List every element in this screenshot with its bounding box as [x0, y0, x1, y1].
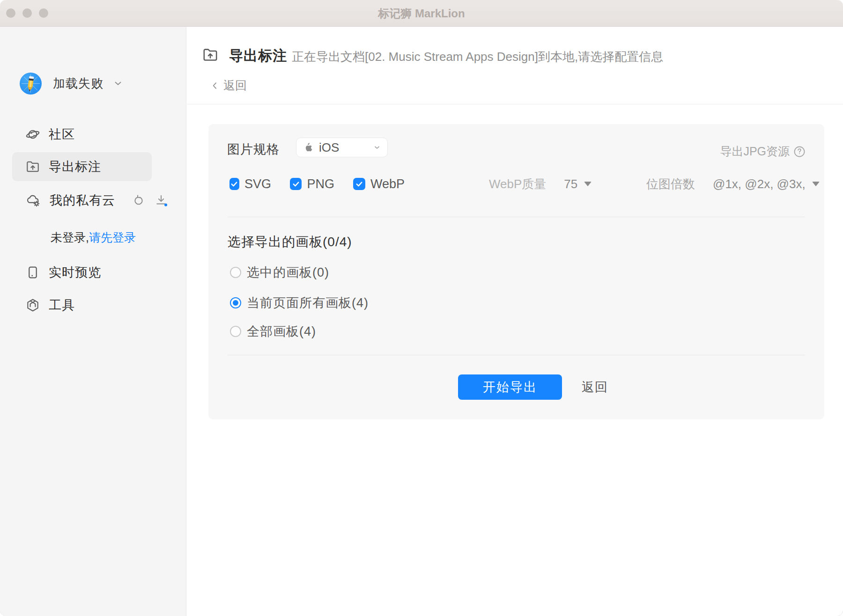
sidebar-item-label: 社区: [49, 126, 75, 143]
sidebar: 加载失败 社区 导出标注: [0, 27, 186, 616]
sidebar-item-label: 工具: [49, 297, 75, 314]
radio-selected-artboards[interactable]: 选中的画板(0): [230, 264, 329, 281]
device-icon: [25, 265, 40, 280]
checkbox-checked-icon: [290, 178, 302, 190]
chevron-down-icon: [373, 144, 381, 151]
apple-icon: [303, 142, 314, 153]
image-spec-select[interactable]: iOS: [296, 138, 388, 157]
export-jpg-label: 导出JPG资源: [720, 144, 790, 159]
format-checkbox-row: SVG PNG WebP: [229, 177, 423, 191]
radio-off-icon: [230, 267, 241, 278]
download-icon[interactable]: [155, 193, 168, 207]
webp-quality-label: WebP质量: [489, 176, 546, 192]
sidebar-item-live-preview[interactable]: 实时预览: [12, 258, 152, 287]
sidebar-item-export-annotations[interactable]: 导出标注: [12, 152, 152, 181]
folder-export-icon: [25, 159, 40, 174]
planet-icon: [25, 127, 40, 142]
export-header-icon: [202, 46, 219, 63]
caret-down-icon: [812, 182, 820, 186]
bitmap-scale-label: 位图倍数: [646, 176, 695, 192]
cloud-settings-icon: [25, 193, 41, 208]
radio-off-icon: [230, 326, 241, 337]
checkbox-label: WebP: [370, 177, 405, 191]
export-config-panel: 图片规格 iOS 导出JPG资源: [208, 124, 824, 419]
login-link[interactable]: 请先登录: [89, 231, 136, 244]
chevron-left-icon: [210, 80, 220, 91]
image-spec-value: iOS: [319, 140, 339, 155]
sidebar-item-community[interactable]: 社区: [12, 120, 152, 149]
caret-down-icon: [584, 182, 592, 186]
login-status: 未登录,请先登录: [0, 230, 186, 245]
header-divider: [187, 104, 843, 104]
page-subtitle: 正在导出文档[02. Music Stream Apps Design]到本地,…: [292, 49, 663, 65]
back-link-label: 返回: [223, 78, 247, 93]
bitmap-scale-dropdown[interactable]: 位图倍数 @1x, @2x, @3x,: [646, 177, 820, 191]
radio-current-page-artboards[interactable]: 当前页面所有画板(4): [230, 294, 369, 311]
checkbox-checked-icon: [353, 178, 365, 190]
start-export-button[interactable]: 开始导出: [458, 374, 562, 400]
sidebar-item-label: 我的私有云: [50, 192, 115, 209]
title-bar: 标记狮 MarkLion: [0, 0, 843, 27]
checkbox-png[interactable]: PNG: [290, 177, 334, 191]
app-window: 标记狮 MarkLion: [0, 0, 843, 616]
checkbox-label: SVG: [244, 177, 271, 191]
radio-label: 当前页面所有画板(4): [247, 294, 369, 311]
sidebar-item-tools[interactable]: 工具: [12, 291, 152, 320]
help-icon[interactable]: [793, 145, 806, 158]
login-status-text: 未登录,: [51, 231, 89, 244]
webp-quality-dropdown[interactable]: WebP质量 75: [489, 177, 592, 191]
back-link[interactable]: 返回: [210, 78, 247, 93]
panel-divider: [228, 217, 805, 217]
checkbox-checked-icon: [229, 178, 239, 190]
sidebar-item-private-cloud[interactable]: 我的私有云: [12, 186, 173, 215]
radio-all-artboards[interactable]: 全部画板(4): [230, 323, 316, 340]
account-menu[interactable]: 加载失败: [20, 72, 123, 95]
radio-label: 全部画板(4): [247, 323, 316, 340]
radio-on-icon: [230, 297, 241, 308]
artboard-section-heading: 选择导出的画板(0/4): [228, 233, 352, 251]
app-avatar: [20, 73, 42, 95]
page-title: 导出标注: [229, 46, 287, 66]
notification-dot: [164, 204, 167, 206]
refresh-icon[interactable]: [132, 193, 145, 207]
image-spec-label: 图片规格: [227, 141, 280, 158]
cube-icon: [25, 298, 40, 313]
checkbox-label: PNG: [307, 177, 334, 191]
window-title: 标记狮 MarkLion: [0, 0, 843, 27]
bitmap-scale-value: @1x, @2x, @3x,: [713, 177, 806, 191]
pencil-icon: [27, 76, 34, 91]
sidebar-item-label: 导出标注: [49, 158, 101, 175]
export-jpg-link[interactable]: 导出JPG资源: [720, 144, 806, 159]
panel-back-button[interactable]: 返回: [568, 374, 622, 400]
panel-divider: [228, 355, 805, 355]
chevron-down-icon: [113, 78, 123, 88]
webp-quality-value: 75: [564, 177, 577, 191]
checkbox-webp[interactable]: WebP: [353, 177, 405, 191]
account-name: 加载失败: [53, 75, 104, 92]
radio-label: 选中的画板(0): [247, 264, 329, 281]
checkbox-svg[interactable]: SVG: [229, 177, 271, 191]
sidebar-item-label: 实时预览: [49, 264, 101, 281]
cloud-actions: [132, 193, 173, 207]
